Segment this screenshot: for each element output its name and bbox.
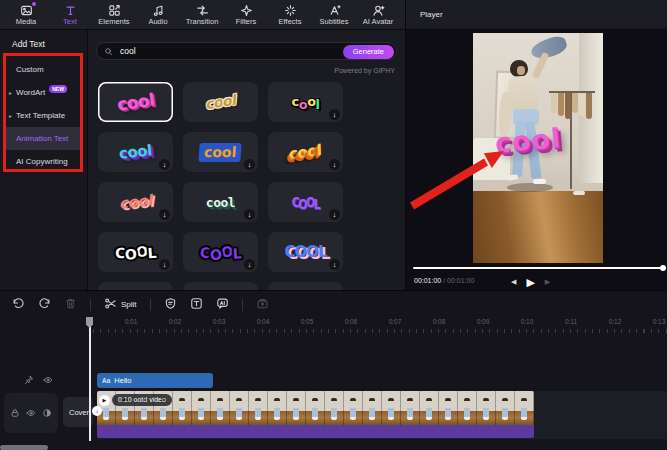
previous-frame-button[interactable]: ◀ [511, 274, 516, 290]
download-icon[interactable]: ↓ [244, 259, 255, 270]
video-floor-shadow [507, 183, 553, 192]
download-icon[interactable]: ↓ [244, 159, 255, 170]
video-shoes [573, 191, 585, 195]
ai-bubble-button[interactable] [216, 296, 229, 314]
download-icon[interactable]: ↓ [159, 209, 170, 220]
sidebar-header: Add Text [12, 39, 45, 49]
eye-icon[interactable] [43, 371, 53, 389]
audio-strip[interactable] [97, 425, 534, 438]
ruler-label: 0:05 [296, 318, 318, 325]
text-overlay-cool[interactable]: cool [494, 122, 563, 159]
clip-thumbnail [439, 391, 458, 425]
undo-button[interactable] [12, 296, 25, 314]
redo-button[interactable] [38, 296, 51, 314]
clip-thumbnail [477, 391, 496, 425]
lock-icon[interactable] [10, 404, 20, 422]
download-icon[interactable]: ↓ [329, 109, 340, 120]
toolbar-divider [150, 299, 151, 311]
sticker-card-coral[interactable]: cool↓ [98, 182, 173, 222]
animation-text-panel: Generate Powered by GIPHY coolcoolcool↓c… [88, 30, 405, 290]
toolbar-item-elements[interactable]: Elements [92, 4, 136, 26]
text-clip-hello[interactable]: Aa Hello [97, 373, 213, 388]
text-clip-label: Hello [114, 376, 131, 385]
player-panel-header: Player [405, 0, 667, 30]
text-sidebar: Add Text Custom▸WordArtNEW▸Text Template… [0, 30, 88, 290]
sound-half-icon[interactable] [42, 404, 52, 422]
sticker-card-purpleout[interactable]: COOL↓ [183, 232, 258, 272]
ruler-label: 0:08 [428, 318, 450, 325]
sticker-text: cool [206, 195, 235, 210]
top-toolbar: MediaTextElementsAudioTransitionFiltersE… [0, 0, 405, 30]
search-bar[interactable]: Generate [96, 42, 397, 60]
clip-thumbnail [344, 391, 363, 425]
sticker-card-purple3d[interactable]: cool↓ [98, 132, 173, 172]
progress-knob[interactable] [660, 265, 666, 271]
trash-icon [64, 296, 77, 314]
sticker-card-gold[interactable]: cool [183, 82, 258, 122]
player-panel: cool 00:01:00 / 00:01:00 ◀ ▶ ▶ [405, 30, 667, 290]
clip-thumbnail [268, 391, 287, 425]
video-clip-label: ▶ 0:10 ootd video [99, 394, 172, 406]
horizontal-scrollbar[interactable] [0, 445, 48, 450]
search-icon [104, 47, 113, 56]
clip-thumbnail [496, 391, 515, 425]
sticker-grid: coolcoolcool↓cool↓cool↓cool↓cool↓cool↓CO… [98, 82, 343, 290]
sticker-card-bluepink[interactable]: COOL↓ [268, 232, 343, 272]
sticker-text: cool [291, 95, 319, 110]
pin-icon[interactable] [24, 371, 34, 389]
sticker-card-green3d[interactable]: cool↓ [183, 182, 258, 222]
download-icon[interactable]: ↓ [159, 259, 170, 270]
eye-icon[interactable] [26, 404, 36, 422]
download-icon[interactable]: ↓ [329, 159, 340, 170]
playback-progress-bar[interactable] [413, 267, 665, 269]
playhead[interactable] [89, 317, 91, 441]
ruler-label: 0:07 [384, 318, 406, 325]
ruler-label: 0:02 [164, 318, 186, 325]
clip-thumbnail [287, 391, 306, 425]
sticker-card-orangeblue[interactable]: cool↓ [183, 132, 258, 172]
timeline-ruler[interactable]: 0:010:020:030:040:050:060:070:080:090:10… [90, 317, 667, 335]
scissors-button[interactable]: Split [104, 296, 137, 314]
download-icon[interactable]: ↓ [329, 209, 340, 220]
ruler-label: 0:03 [208, 318, 230, 325]
shield-button[interactable] [164, 296, 177, 314]
export-box-button [256, 296, 269, 314]
sticker-text: COOL [114, 243, 156, 262]
elements-icon [108, 4, 121, 17]
toolbar-item-filters[interactable]: Filters [224, 4, 268, 26]
sticker-text: cool [118, 191, 152, 212]
play-button[interactable]: ▶ [526, 274, 534, 290]
sticker-card-orange3d[interactable]: cool↓ [268, 132, 343, 172]
toolbar-item-ai-avatar[interactable]: AI Avatar [356, 4, 400, 26]
toolbar-item-text[interactable]: Text [48, 4, 92, 26]
download-icon[interactable]: ↓ [244, 209, 255, 220]
sticker-card-partial[interactable] [98, 282, 173, 290]
clip-thumbnail [363, 391, 382, 425]
download-icon[interactable]: ↓ [159, 159, 170, 170]
toolbar-item-transition[interactable]: Transition [180, 4, 224, 26]
toolbar-item-subtitles[interactable]: Subtitles [312, 4, 356, 26]
generate-button[interactable]: Generate [343, 45, 394, 59]
time-display: 00:01:00 / 00:01:00 [414, 277, 474, 284]
sticker-text: COOL [284, 243, 326, 261]
toolbar-item-media[interactable]: Media [4, 4, 48, 26]
download-icon[interactable]: ↓ [329, 259, 340, 270]
toolbar-item-effects[interactable]: Effects [268, 4, 312, 26]
video-hanging-clothes [579, 93, 585, 116]
sticker-card-violetcaps[interactable]: COOL↓ [268, 182, 343, 222]
toolbar-item-audio[interactable]: Audio [136, 4, 180, 26]
export-box-icon [256, 296, 269, 314]
clip-thumbnail [306, 391, 325, 425]
sticker-card-partial[interactable] [268, 282, 343, 290]
text-box-button[interactable] [190, 296, 203, 314]
sticker-card-whiteout[interactable]: COOL↓ [98, 232, 173, 272]
sticker-card-pink3d[interactable]: cool [98, 82, 173, 122]
video-preview[interactable]: cool [473, 33, 603, 263]
sticker-card-partial[interactable] [183, 282, 258, 290]
clip-thumbnail [382, 391, 401, 425]
sticker-card-multi[interactable]: cool↓ [268, 82, 343, 122]
video-hanging-clothes [586, 93, 592, 119]
next-frame-button[interactable]: ▶ [545, 274, 550, 290]
video-wood-floor [473, 191, 603, 263]
search-input[interactable] [118, 45, 298, 57]
